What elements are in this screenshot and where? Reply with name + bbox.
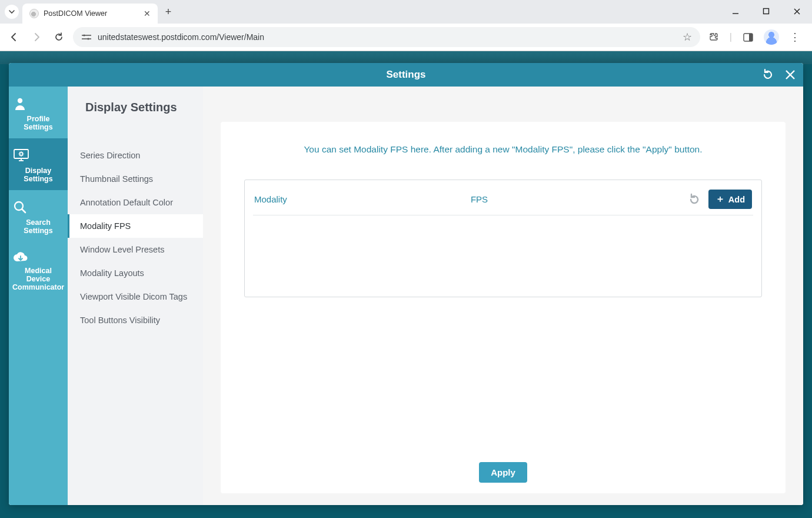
subnav-series-direction[interactable]: Series Direction <box>68 144 203 167</box>
magnifier-icon <box>12 200 64 215</box>
sidebar-item-search-settings[interactable]: Search Settings <box>9 190 68 242</box>
column-fps: FPS <box>471 194 687 204</box>
site-settings-icon[interactable] <box>81 33 92 41</box>
favicon-icon <box>29 9 39 18</box>
extensions-icon[interactable] <box>706 29 721 45</box>
modal-refresh-icon[interactable] <box>760 67 776 83</box>
svg-rect-13 <box>14 150 28 158</box>
sidebar-label: Display Settings <box>24 167 52 183</box>
subnav-tool-buttons-visibility[interactable]: Tool Buttons Visibility <box>68 308 203 332</box>
tab-title: PostDICOM Viewer <box>44 9 139 18</box>
address-bar[interactable]: unitedstateswest.postdicom.com/Viewer/Ma… <box>73 27 700 47</box>
svg-line-26 <box>22 210 26 213</box>
nav-back-button[interactable] <box>6 29 22 45</box>
profile-avatar[interactable] <box>764 29 779 45</box>
chrome-menu-icon[interactable]: ⋮ <box>787 29 803 45</box>
svg-line-22 <box>22 155 23 156</box>
info-text: You can set Modality FPS here. After add… <box>244 144 762 155</box>
cloud-icon <box>12 251 64 263</box>
url-text: unitedstateswest.postdicom.com/Viewer/Ma… <box>98 32 677 42</box>
sidebar-item-display-settings[interactable]: Display Settings <box>9 138 68 190</box>
page-title: Display Settings <box>68 101 203 114</box>
sidebar-label: Search Settings <box>24 218 52 235</box>
sidepanel-icon[interactable] <box>740 29 756 45</box>
table-refresh-icon[interactable] <box>687 192 701 207</box>
subnav-viewport-visible-dicom-tags[interactable]: Viewport Visible Dicom Tags <box>68 285 203 308</box>
window-close-button[interactable] <box>784 2 810 20</box>
add-button[interactable]: ＋ Add <box>708 190 752 209</box>
monitor-gear-icon <box>12 148 64 163</box>
tab-close-icon[interactable]: ✕ <box>144 9 151 18</box>
subnav-window-level-presets[interactable]: Window Level Presets <box>68 238 203 261</box>
modal-header: Settings <box>9 63 803 87</box>
subnav-modality-fps[interactable]: Modality FPS <box>68 214 203 238</box>
modal-close-icon[interactable] <box>782 67 798 83</box>
sidebar-label: Profile Settings <box>24 115 52 131</box>
browser-tab[interactable]: PostDICOM Viewer ✕ <box>22 4 158 24</box>
svg-line-24 <box>19 155 20 156</box>
settings-modal: Settings Profile Settings Display Settin… <box>9 63 803 505</box>
settings-category-sidebar: Profile Settings Display Settings Search… <box>9 87 68 505</box>
nav-reload-button[interactable] <box>51 29 67 45</box>
subnav-annotation-default-color[interactable]: Annotation Default Color <box>68 191 203 214</box>
sidebar-item-profile-settings[interactable]: Profile Settings <box>9 87 68 138</box>
column-modality: Modality <box>254 194 471 204</box>
new-tab-button[interactable]: + <box>160 6 177 18</box>
modality-fps-table: Modality FPS ＋ Add <box>244 180 762 297</box>
tabs-dropdown[interactable] <box>5 5 19 19</box>
add-button-label: Add <box>728 195 745 204</box>
svg-rect-9 <box>749 34 753 41</box>
person-icon <box>12 96 64 111</box>
apply-button[interactable]: Apply <box>479 462 527 483</box>
plus-icon: ＋ <box>716 193 725 205</box>
window-minimize-button[interactable] <box>723 2 748 20</box>
content-panel: You can set Modality FPS here. After add… <box>221 122 786 493</box>
window-maximize-button[interactable] <box>753 2 779 20</box>
svg-point-12 <box>18 98 22 103</box>
svg-line-21 <box>19 152 20 152</box>
sidebar-item-medical-device-communicator[interactable]: Medical Device Communicator <box>9 242 68 298</box>
bookmark-star-icon[interactable]: ☆ <box>683 31 692 44</box>
svg-rect-1 <box>764 9 769 14</box>
settings-subnav: Display Settings Series Direction Thumbn… <box>68 87 203 505</box>
sidebar-label: Medical Device Communicator <box>12 267 64 291</box>
svg-point-16 <box>20 152 23 155</box>
modal-title: Settings <box>386 69 425 81</box>
svg-line-23 <box>22 152 23 152</box>
nav-forward-button[interactable] <box>28 29 45 45</box>
subnav-thumbnail-settings[interactable]: Thumbnail Settings <box>68 167 203 191</box>
subnav-modality-layouts[interactable]: Modality Layouts <box>68 261 203 285</box>
